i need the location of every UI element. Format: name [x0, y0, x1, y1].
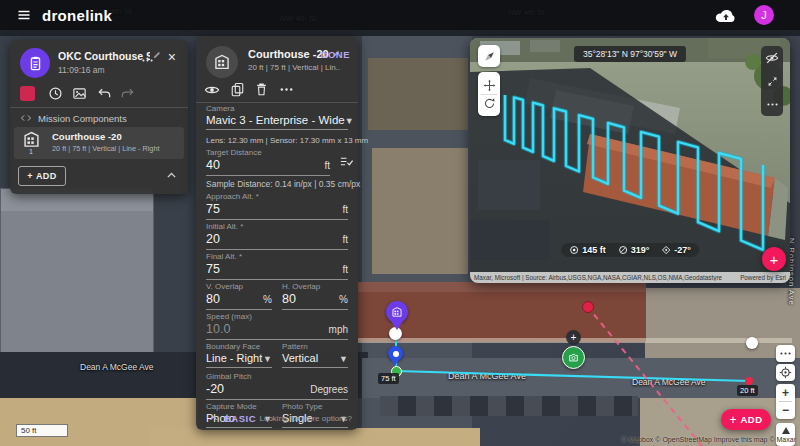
street-label: Dean A McGee Ave	[448, 371, 526, 381]
attribution-maxar[interactable]: © Maxar	[769, 436, 796, 443]
more-menu-icon[interactable]	[279, 82, 294, 97]
map-parked-cars	[380, 396, 638, 416]
street-label: Dean A McGee Ave	[80, 362, 154, 372]
component-index: 1	[29, 148, 33, 155]
insert-waypoint-button[interactable]: +	[566, 330, 581, 345]
preview-add-button[interactable]: +	[762, 247, 786, 271]
component-list-item[interactable]: 1 Courthouse -20 20 ft | 75 ft | Vertica…	[14, 127, 184, 159]
approach-alt-input[interactable]: 75	[206, 202, 338, 216]
basic-toggle[interactable]: BASIC	[224, 413, 256, 424]
done-button[interactable]: DONE	[321, 49, 350, 60]
map-locate-button[interactable]	[776, 364, 795, 381]
h-overlap-input[interactable]: 80	[282, 292, 335, 306]
gimbal-pitch-input[interactable]: -20	[206, 382, 306, 396]
collapse-chevron-icon[interactable]	[165, 169, 178, 182]
field-unit: %	[339, 294, 348, 305]
attribution-mapbox[interactable]: © Mapbox	[621, 436, 653, 443]
initial-alt-input[interactable]: 20	[206, 232, 338, 246]
sample-distance-text: Sample Distance: 0.14 in/px | 0.35 cm/px	[206, 179, 352, 189]
divider	[10, 107, 188, 108]
preview-3d-panel[interactable]: 35°28'13" N 97°30'59" W 145 ft 319° -27°…	[470, 38, 790, 283]
more-options-link[interactable]: Looking for more options?	[260, 414, 353, 423]
map-attribution: © Mapbox © OpenStreetMap Improve this ma…	[621, 436, 796, 443]
rotate-icon[interactable]	[483, 97, 496, 110]
component-detail-subtitle: 20 ft | 75 ft | Vertical | Lin...	[248, 63, 340, 72]
pan-move-icon[interactable]	[483, 79, 496, 92]
more-menu-icon[interactable]	[141, 54, 154, 67]
pattern-dropdown[interactable]: Vertical▼	[282, 352, 348, 368]
v-overlap-input[interactable]: 80	[206, 292, 259, 306]
fact-check-icon[interactable]	[339, 154, 354, 169]
field-label: Speed (max)	[206, 312, 348, 321]
gimbal-icon	[661, 245, 671, 255]
speed-field: Speed (max) 10.0mph	[206, 312, 348, 340]
speed-input[interactable]: 10.0	[206, 322, 325, 336]
boundary-face-field: Boundary Face Line - Right▼	[206, 342, 272, 368]
mission-title[interactable]: OKC Courthouse Sout...	[58, 50, 150, 62]
end-point-dot[interactable]	[745, 377, 753, 385]
delete-trash-icon[interactable]	[254, 82, 269, 97]
map-zoom-control: + −	[776, 384, 795, 419]
component-avatar	[206, 46, 238, 78]
app-logo[interactable]: dronelink	[42, 7, 112, 24]
gimbal-pitch-field: Gimbal Pitch -20Degrees	[206, 372, 348, 400]
user-avatar[interactable]: J	[754, 5, 774, 25]
coordinates-readout: 35°28'13" N 97°30'59" W	[574, 46, 686, 62]
component-detail-title[interactable]: Courthouse -20	[248, 48, 329, 60]
field-unit: ft	[342, 264, 348, 275]
map-pin-tail	[391, 321, 403, 330]
code-expand-icon[interactable]	[20, 112, 32, 124]
distance-stat: 145 ft	[569, 245, 606, 255]
distance-icon	[569, 245, 579, 255]
mission-color-swatch[interactable]	[20, 86, 35, 101]
attribution-improve-link[interactable]: Improve this map	[714, 436, 768, 443]
field-label: H. Overlap	[282, 282, 348, 291]
expand-icon[interactable]	[766, 75, 779, 88]
hamburger-menu-icon[interactable]	[16, 7, 32, 23]
compass-reset-button[interactable]	[478, 45, 500, 67]
capture-marker[interactable]	[562, 346, 585, 369]
field-unit: %	[263, 294, 272, 305]
close-icon[interactable]: ×	[168, 49, 176, 65]
basic-chevron-icon[interactable]	[208, 413, 219, 424]
waypoint-dot-white[interactable]	[746, 337, 758, 349]
chevron-down-icon: ▼	[339, 354, 348, 364]
visibility-eye-icon[interactable]	[204, 82, 220, 98]
map-mid-roof-b	[372, 148, 468, 274]
eye-off-icon[interactable]	[765, 51, 779, 65]
boundary-face-dropdown[interactable]: Line - Right▼	[206, 352, 272, 368]
attribution-osm[interactable]: © OpenStreetMap	[655, 436, 712, 443]
image-icon[interactable]	[72, 86, 87, 101]
field-unit: ft	[342, 234, 348, 245]
field-label: Final Alt. *	[206, 252, 348, 261]
map-add-button[interactable]: + ADD	[721, 409, 771, 430]
duplicate-copy-icon[interactable]	[230, 82, 245, 97]
street-label: Dean A McGee Ave	[632, 377, 706, 387]
cloud-sync-icon[interactable]	[714, 8, 736, 23]
final-alt-field: Final Alt. * 75ft	[206, 252, 348, 280]
map-more-button[interactable]	[776, 345, 795, 362]
redo-icon[interactable]	[120, 86, 135, 101]
zoom-out-button[interactable]: −	[782, 402, 789, 418]
add-component-button[interactable]: +ADD	[18, 166, 66, 186]
more-menu-icon[interactable]	[766, 98, 779, 111]
pan-rotate-control[interactable]	[478, 72, 500, 116]
plus-icon: +	[729, 413, 736, 427]
zoom-in-button[interactable]: +	[782, 385, 789, 401]
undo-icon[interactable]	[97, 86, 112, 101]
map-tan-s	[150, 428, 480, 446]
field-label: Camera	[206, 104, 348, 113]
divider	[481, 94, 497, 95]
map-scale-bar: 50 ft	[16, 424, 68, 437]
more-menu-icon	[779, 347, 792, 360]
final-alt-input[interactable]: 75	[206, 262, 338, 276]
poi-dot-red[interactable]	[582, 301, 594, 313]
clock-icon[interactable]	[48, 86, 63, 101]
map-pin-component[interactable]	[386, 301, 408, 323]
field-label: Capture Mode	[206, 402, 272, 411]
compass-icon	[482, 49, 497, 64]
target-distance-input[interactable]: 40	[206, 158, 320, 172]
map-mid-roof-a	[368, 58, 468, 130]
camera-dropdown[interactable]: Mavic 3 - Enterprise - Wide ▼	[206, 114, 348, 130]
map-gray-roof	[0, 188, 154, 368]
